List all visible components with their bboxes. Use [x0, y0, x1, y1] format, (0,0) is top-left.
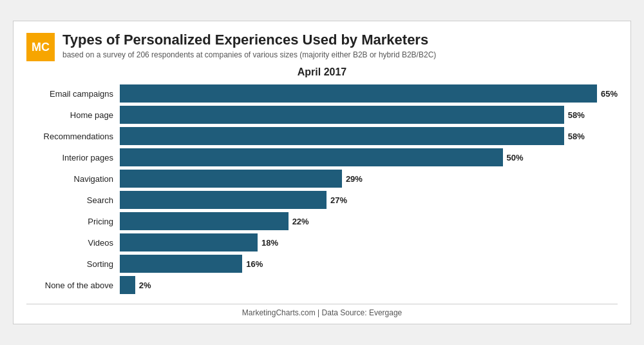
bar-track: 29% — [120, 170, 618, 188]
chart-period: April 2017 — [26, 66, 618, 78]
bar-value: 27% — [330, 195, 347, 205]
bar-label: Pricing — [26, 217, 120, 226]
bar-row: Videos18% — [26, 233, 618, 251]
bar-label: Navigation — [26, 174, 120, 184]
bar-value: 18% — [261, 238, 278, 248]
bar-value: 65% — [601, 89, 618, 99]
bar-row: Interior pages50% — [26, 148, 618, 166]
bar-row: Sorting16% — [26, 255, 618, 273]
bar-label: Videos — [26, 238, 120, 248]
bar-track: 27% — [120, 191, 618, 209]
bar-value: 50% — [507, 153, 524, 163]
bar-fill — [120, 106, 564, 124]
bar-fill — [120, 276, 135, 294]
bar-row: Email campaigns65% — [26, 84, 618, 103]
chart-footer: MarketingCharts.com | Data Source: Everg… — [26, 304, 618, 317]
bar-fill — [120, 127, 564, 145]
bar-fill — [120, 212, 289, 230]
bar-label: Home page — [26, 110, 120, 120]
bar-value: 29% — [346, 174, 363, 184]
bar-fill — [120, 191, 327, 209]
bar-fill — [120, 255, 242, 273]
bar-row: None of the above2% — [26, 276, 618, 294]
bar-track: 16% — [120, 255, 618, 273]
bar-value: 58% — [568, 132, 585, 141]
bar-value: 16% — [246, 259, 263, 269]
chart-area: Email campaigns65%Home page58%Recommenda… — [26, 84, 618, 297]
bar-value: 58% — [568, 110, 585, 120]
bar-value: 22% — [292, 217, 309, 226]
chart-container: MC Types of Personalized Experiences Use… — [13, 21, 631, 324]
bar-label: Search — [26, 195, 120, 205]
bar-label: None of the above — [26, 281, 120, 290]
bar-track: 18% — [120, 233, 618, 251]
bar-label: Recommendations — [26, 132, 120, 141]
bar-track: 58% — [120, 127, 618, 145]
bar-value: 2% — [139, 281, 151, 290]
bar-track: 22% — [120, 212, 618, 230]
bar-fill — [120, 170, 342, 188]
bar-label: Email campaigns — [26, 89, 120, 99]
bar-label: Sorting — [26, 259, 120, 269]
title-block: Types of Personalized Experiences Used b… — [62, 32, 618, 59]
logo: MC — [26, 33, 55, 61]
bar-track: 58% — [120, 106, 618, 124]
bar-fill — [120, 148, 503, 166]
bar-fill — [120, 84, 597, 103]
bar-row: Search27% — [26, 191, 618, 209]
bar-track: 2% — [120, 276, 618, 294]
header-row: MC Types of Personalized Experiences Use… — [26, 32, 618, 61]
bar-track: 50% — [120, 148, 618, 166]
chart-title: Types of Personalized Experiences Used b… — [62, 32, 618, 48]
bar-row: Navigation29% — [26, 170, 618, 188]
bar-track: 65% — [120, 84, 618, 103]
chart-subtitle: based on a survey of 206 respondents at … — [62, 50, 618, 59]
bar-label: Interior pages — [26, 153, 120, 163]
bar-fill — [120, 233, 258, 251]
bar-row: Recommendations58% — [26, 127, 618, 145]
bar-row: Home page58% — [26, 106, 618, 124]
bar-row: Pricing22% — [26, 212, 618, 230]
